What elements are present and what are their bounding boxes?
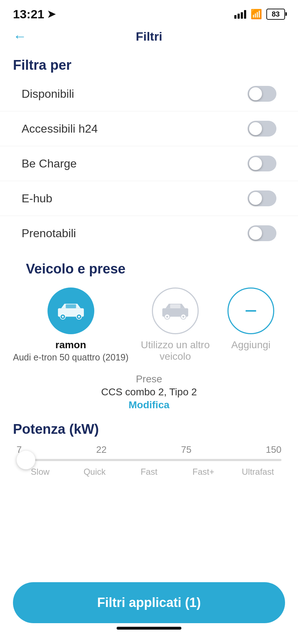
toggle-label-becharge: Be Charge xyxy=(22,157,77,170)
svg-point-3 xyxy=(62,316,63,318)
svg-point-4 xyxy=(78,316,80,318)
vehicle-avatar-altro xyxy=(152,288,199,334)
filter-section-title: Filtra per xyxy=(0,50,298,77)
signal-bars xyxy=(234,9,246,19)
svg-point-10 xyxy=(182,316,184,318)
toggle-label-prenotabili: Prenotabili xyxy=(22,227,76,240)
filter-section: Filtra per Disponibili Accessibili h24 B… xyxy=(0,50,298,250)
vehicle-car-icon xyxy=(55,300,87,322)
toggle-becharge[interactable] xyxy=(248,156,276,171)
status-bar: 13:21 ➤ 📶 83 xyxy=(0,0,298,26)
potenza-title: Potenza (kW) xyxy=(13,422,285,437)
location-icon: ➤ xyxy=(47,8,55,20)
speed-label-quick: Quick xyxy=(67,467,122,477)
vehicles-list: ramon Audi e-tron 50 quattro (2019) xyxy=(13,280,285,366)
toggle-label-disponibili: Disponibili xyxy=(22,87,74,101)
prese-label: Prese xyxy=(35,373,263,385)
toggle-label-ehub: E-hub xyxy=(22,192,52,205)
toggle-row-disponibili[interactable]: Disponibili xyxy=(0,77,298,111)
svg-point-9 xyxy=(166,316,168,318)
vehicle-card-altro[interactable]: Utilizzo un altroveicolo xyxy=(139,288,211,363)
speed-labels: Slow Quick Fast Fast+ Ultrafast xyxy=(13,461,285,477)
prese-value: CCS combo 2, Tipo 2 xyxy=(35,386,263,398)
apply-filters-button[interactable]: Filtri applicati (1) xyxy=(13,582,285,623)
home-indicator xyxy=(117,627,181,630)
speed-label-fast: Fast xyxy=(122,467,176,477)
svg-rect-11 xyxy=(170,304,181,308)
back-button[interactable]: ← xyxy=(13,29,27,43)
slider-thumb[interactable] xyxy=(17,451,35,469)
toggle-row-ehub[interactable]: E-hub xyxy=(0,181,298,216)
header: ← Filtri xyxy=(0,26,298,50)
toggle-row-accessibili[interactable]: Accessibili h24 xyxy=(0,111,298,146)
power-label-150: 150 xyxy=(266,444,281,455)
toggle-prenotabili[interactable] xyxy=(248,225,276,241)
vehicle-other-label: Utilizzo un altroveicolo xyxy=(141,339,209,362)
svg-rect-5 xyxy=(66,304,76,308)
vehicle-model-ramon: Audi e-tron 50 quattro (2019) xyxy=(13,352,128,363)
toggle-ehub[interactable] xyxy=(248,190,276,206)
toggle-label-accessibili: Accessibili h24 xyxy=(22,122,98,135)
power-slider-container[interactable] xyxy=(17,459,281,461)
slider-track xyxy=(17,459,281,461)
vehicle-name-ramon: ramon xyxy=(55,339,86,351)
vehicle-avatar-ramon xyxy=(48,288,94,334)
page-title: Filtri xyxy=(136,29,162,43)
speed-label-fastplus: Fast+ xyxy=(176,467,231,477)
vehicle-card-add[interactable]: − Aggiungi xyxy=(222,288,280,363)
potenza-section: Potenza (kW) 7 22 75 150 Slow Quick Fast… xyxy=(0,414,298,477)
power-labels: 7 22 75 150 xyxy=(13,444,285,455)
add-icon: − xyxy=(245,300,257,322)
wifi-icon: 📶 xyxy=(250,9,262,20)
vehicle-section-title: Veicolo e prese xyxy=(13,254,285,280)
vehicle-avatar-add: − xyxy=(227,288,274,334)
battery-indicator: 83 xyxy=(266,9,285,20)
vehicles-scroll-wrapper: ramon Audi e-tron 50 quattro (2019) xyxy=(13,280,285,366)
speed-label-ultrafast: Ultrafast xyxy=(231,467,285,477)
vehicle-card-ramon[interactable]: ramon Audi e-tron 50 quattro (2019) xyxy=(13,288,128,363)
prese-section: Prese CCS combo 2, Tipo 2 Modifica xyxy=(13,366,285,414)
status-icons: 📶 83 xyxy=(234,9,285,20)
vehicle-other-icon xyxy=(159,300,191,322)
power-label-22: 22 xyxy=(96,444,107,455)
vehicle-section: Veicolo e prese ramon Audi e- xyxy=(0,250,298,414)
vehicle-add-label: Aggiungi xyxy=(231,339,271,351)
speed-label-slow: Slow xyxy=(13,467,67,477)
bottom-bar: Filtri applicati (1) xyxy=(0,575,298,644)
toggle-accessibili[interactable] xyxy=(248,121,276,137)
status-time: 13:21 ➤ xyxy=(13,7,55,21)
toggle-disponibili[interactable] xyxy=(248,86,276,102)
toggle-row-becharge[interactable]: Be Charge xyxy=(0,146,298,181)
power-label-75: 75 xyxy=(181,444,191,455)
modifica-link[interactable]: Modifica xyxy=(35,399,263,411)
toggle-row-prenotabili[interactable]: Prenotabili xyxy=(0,216,298,250)
